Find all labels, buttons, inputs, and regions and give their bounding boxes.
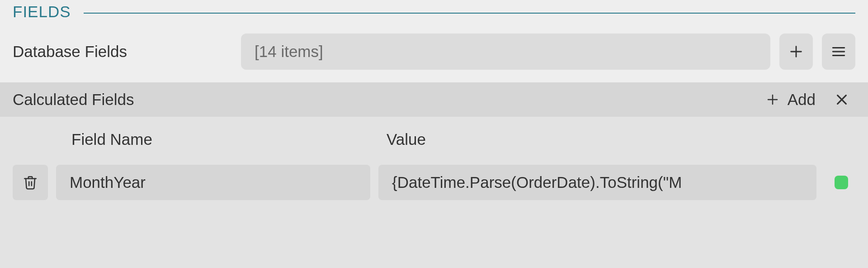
add-calculated-field-button[interactable]: Add bbox=[762, 91, 819, 109]
add-button-label: Add bbox=[788, 91, 816, 109]
calculated-fields-column-headers: Field Name Value bbox=[13, 130, 855, 148]
plus-icon bbox=[788, 44, 804, 59]
field-value-input[interactable] bbox=[378, 165, 816, 200]
calculated-fields-label: Calculated Fields bbox=[13, 91, 753, 109]
add-database-field-button[interactable] bbox=[779, 34, 813, 70]
section-rule bbox=[84, 13, 855, 14]
calculated-fields-body: Field Name Value bbox=[0, 117, 868, 268]
fields-section-header: FIELDS bbox=[0, 0, 868, 29]
database-fields-row: Database Fields [14 items] bbox=[0, 29, 868, 82]
hamburger-icon bbox=[830, 44, 847, 59]
status-indicator bbox=[835, 176, 848, 189]
field-name-input[interactable] bbox=[56, 165, 370, 200]
delete-row-button[interactable] bbox=[13, 165, 48, 200]
calculated-fields-header: Calculated Fields Add bbox=[0, 82, 868, 117]
close-icon bbox=[835, 92, 849, 107]
column-header-field-name: Field Name bbox=[58, 130, 372, 148]
database-fields-menu-button[interactable] bbox=[822, 34, 855, 70]
section-title: FIELDS bbox=[13, 3, 71, 21]
calculated-field-row bbox=[13, 165, 855, 200]
column-header-value: Value bbox=[372, 130, 815, 148]
database-fields-summary-text: [14 items] bbox=[255, 43, 323, 61]
database-fields-summary[interactable]: [14 items] bbox=[241, 34, 770, 70]
trash-icon bbox=[23, 174, 38, 191]
database-fields-label: Database Fields bbox=[13, 43, 232, 61]
plus-icon bbox=[766, 93, 779, 106]
close-calculated-fields-button[interactable] bbox=[828, 92, 855, 107]
